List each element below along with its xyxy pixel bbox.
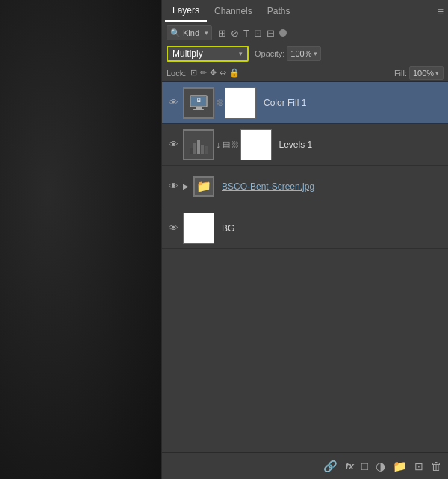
panel-menu-icon[interactable]: ≡ <box>438 5 444 17</box>
new-layer-icon[interactable]: ⊡ <box>414 460 423 472</box>
smart-filter-icon[interactable]: ⊟ <box>267 28 275 39</box>
svg-rect-2 <box>193 109 204 110</box>
fill-value: 100% <box>413 69 434 78</box>
layer-thumbnails: 🖥 ⛓ <box>183 87 256 119</box>
layers-panel: Layers Channels Paths ≡ 🔍 Kind ▾ ⊞ ⊘ T ⊡… <box>161 0 448 479</box>
layer-name: Levels 1 <box>279 140 444 150</box>
fx-icon[interactable]: fx <box>345 460 354 472</box>
layer-name: BG <box>222 223 444 234</box>
layer-down-arrow: ↓ <box>216 139 221 150</box>
new-group-icon[interactable]: 📁 <box>393 460 407 473</box>
delete-layer-icon[interactable]: 🗑 <box>431 460 442 472</box>
adjustment-filter-icon[interactable]: ⊘ <box>231 28 239 39</box>
visibility-icon[interactable]: 👁 <box>167 180 180 193</box>
layer-thumbnail-mask <box>240 129 272 160</box>
svg-rect-5 <box>190 148 193 154</box>
layer-item[interactable]: 👁 🖥 ⛓ Color Fill 1 <box>162 82 448 124</box>
layer-thumbnail-mask <box>225 87 256 119</box>
canvas-background <box>0 0 161 479</box>
opacity-arrow: ▾ <box>314 50 317 57</box>
opacity-label: Opacity: <box>255 49 284 58</box>
lock-icons-group: ⊡ ✏ ✥ ⇔ 🔒 <box>190 68 240 78</box>
fill-adjustment-icon[interactable]: ◑ <box>376 460 385 473</box>
svg-rect-8 <box>201 145 204 154</box>
opacity-control: Opacity: 100% ▾ <box>255 46 321 61</box>
lock-position-icon[interactable]: ✏ <box>200 68 207 78</box>
blend-mode-arrow: ▾ <box>239 50 243 57</box>
lock-all-icon[interactable]: ✥ <box>210 68 217 78</box>
add-mask-icon[interactable]: □ <box>361 460 368 472</box>
kind-arrow: ▾ <box>205 29 208 37</box>
fill-label: Fill: <box>394 69 407 78</box>
svg-rect-6 <box>193 143 196 154</box>
tab-channels[interactable]: Channels <box>207 1 260 21</box>
tab-layers[interactable]: Layers <box>165 1 207 22</box>
layer-thumbnail-main <box>183 129 214 160</box>
bottom-toolbar: 🔗 fx □ ◑ 📁 ⊡ 🗑 <box>162 452 448 479</box>
pixel-filter-icon[interactable]: ⊞ <box>218 28 226 39</box>
lock-toolbar: Lock: ⊡ ✏ ✥ ⇔ 🔒 Fill: 100% ▾ <box>162 64 448 82</box>
lock-label: Lock: <box>167 69 186 78</box>
kind-label: Kind <box>183 28 199 37</box>
layer-thumbnails: 📁 <box>193 176 214 197</box>
layer-thumbnails: ↓ ▤ ⛓ <box>183 129 272 160</box>
blend-mode-value: Multiply <box>172 48 203 59</box>
layer-levels-icon: ▤ <box>223 140 230 149</box>
filter-icons: ⊞ ⊘ T ⊡ ⊟ <box>218 28 287 39</box>
shape-filter-icon[interactable]: ⊡ <box>254 28 262 39</box>
opacity-value: 100% <box>290 49 311 58</box>
lock-transform-icon[interactable]: ⇔ <box>220 68 226 78</box>
visibility-icon[interactable]: 👁 <box>167 96 180 110</box>
blendmode-toolbar: Multiply ▾ Opacity: 100% ▾ <box>162 43 448 64</box>
visibility-icon[interactable]: 👁 <box>167 222 180 235</box>
layer-thumbnails <box>183 213 214 244</box>
layer-item[interactable]: 👁 ↓ ▤ ⛓ Levels 1 <box>162 124 448 166</box>
levels-svg <box>188 134 209 155</box>
tabs-row: Layers Channels Paths ≡ <box>162 0 448 22</box>
lock-padlock-icon[interactable]: 🔒 <box>229 68 240 78</box>
fill-control: Fill: 100% ▾ <box>394 66 444 80</box>
link-layers-icon[interactable]: 🔗 <box>323 460 337 473</box>
layers-list: 👁 🖥 ⛓ Color Fill 1 👁 <box>162 82 448 452</box>
lock-pixels-icon[interactable]: ⊡ <box>190 68 197 78</box>
svg-rect-7 <box>197 140 200 154</box>
monitor-svg: 🖥 <box>188 93 209 113</box>
layer-thumbnail-main: 🖥 <box>183 87 214 119</box>
svg-rect-9 <box>205 146 208 154</box>
layer-chain-link: ⛓ <box>216 98 223 107</box>
layer-item[interactable]: 👁 ▶ 📁 BSCO-Bent-Screen.jpg <box>162 166 448 207</box>
layer-name: Color Fill 1 <box>264 98 444 108</box>
tab-paths[interactable]: Paths <box>260 1 298 21</box>
fill-arrow: ▾ <box>435 69 439 77</box>
svg-text:🖥: 🖥 <box>196 98 202 103</box>
layer-thumbnail-folder: 📁 <box>193 176 214 197</box>
blend-mode-select[interactable]: Multiply ▾ <box>167 46 249 62</box>
layer-name: BSCO-Bent-Screen.jpg <box>222 181 444 192</box>
layer-chain-link: ⛓ <box>231 140 239 148</box>
type-filter-icon[interactable]: T <box>243 28 249 39</box>
layer-item[interactable]: 👁 BG <box>162 207 448 249</box>
circle-indicator <box>279 29 287 37</box>
visibility-icon[interactable]: 👁 <box>167 138 180 151</box>
kind-select[interactable]: 🔍 Kind ▾ <box>167 25 212 40</box>
layer-thumbnail-main <box>183 213 214 244</box>
opacity-value-input[interactable]: 100% ▾ <box>287 46 321 61</box>
fill-value-input[interactable]: 100% ▾ <box>409 66 444 80</box>
expand-arrow-icon[interactable]: ▶ <box>183 182 189 190</box>
svg-rect-1 <box>196 107 202 109</box>
kind-toolbar: 🔍 Kind ▾ ⊞ ⊘ T ⊡ ⊟ <box>162 22 448 43</box>
